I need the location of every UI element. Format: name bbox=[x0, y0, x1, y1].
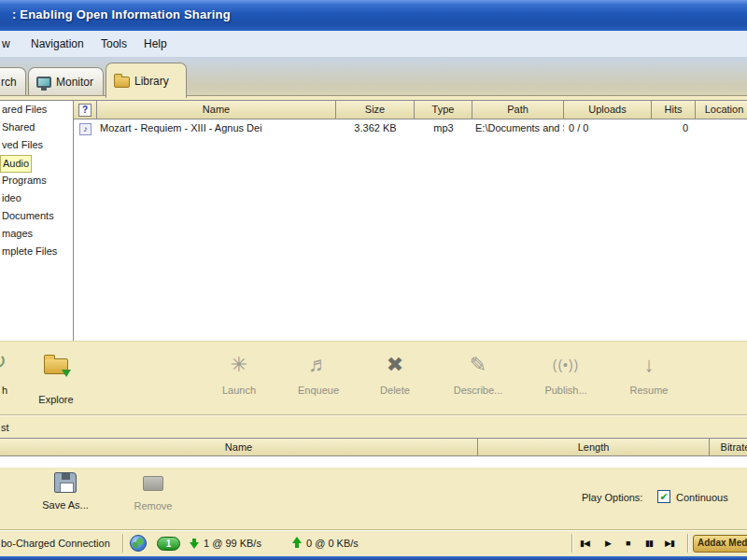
tab-search-label: rch bbox=[1, 76, 17, 89]
upload-rate: 0 @ 0 KB/s bbox=[306, 538, 359, 549]
tree-item-images[interactable]: mages bbox=[0, 225, 73, 243]
delete-button[interactable]: ✖ Delete bbox=[359, 349, 431, 396]
tree-item-label: mplete Files bbox=[0, 244, 59, 259]
cell-path: E:\Documents and S... bbox=[472, 119, 564, 136]
menu-item-navigation[interactable]: Navigation bbox=[31, 37, 84, 50]
menu-item-help[interactable]: Help bbox=[144, 37, 167, 50]
globe-icon bbox=[130, 535, 147, 552]
column-help: ? bbox=[74, 100, 97, 119]
pause-button[interactable]: ▮▮ bbox=[645, 539, 653, 548]
column-hits[interactable]: Hits bbox=[652, 100, 696, 119]
column-name[interactable]: Name bbox=[97, 100, 336, 119]
tab-search[interactable]: rch bbox=[0, 67, 26, 95]
resume-button[interactable]: ↓ Resume bbox=[613, 349, 685, 396]
enqueue-button-label: Enqueue bbox=[282, 385, 355, 396]
library-table-header: ? Name Size Type Path Uploads Hits Locat… bbox=[74, 100, 747, 119]
previous-button[interactable]: ▮◀ bbox=[580, 539, 589, 548]
tree-item-label: mages bbox=[0, 226, 35, 242]
tree-item-video[interactable]: ideo bbox=[0, 189, 73, 207]
library-tree: ared Files Shared ved Files Audio Progra… bbox=[0, 100, 74, 341]
save-icon bbox=[54, 472, 77, 493]
playlist-body bbox=[0, 456, 747, 468]
connection-status: bo-Charged Connection bbox=[1, 538, 110, 549]
launch-button[interactable]: ✳ Launch bbox=[203, 349, 275, 396]
column-uploads[interactable]: Uploads bbox=[564, 100, 652, 119]
continuous-label: Continuous bbox=[676, 492, 728, 503]
remove-button[interactable]: Remove bbox=[116, 474, 190, 511]
window-title: : Enabling Open Information Sharing bbox=[12, 7, 231, 21]
table-row[interactable]: Mozart - Requiem - XIII - Agnus Dei 3.36… bbox=[74, 119, 747, 136]
monitor-icon bbox=[36, 77, 51, 88]
cell-hits: 0 bbox=[652, 119, 696, 136]
play-button[interactable]: ▶ bbox=[605, 539, 611, 548]
menu-item-view[interactable]: w bbox=[2, 37, 10, 50]
tree-item-shared[interactable]: Shared bbox=[0, 119, 73, 136]
tree-item-label: Audio bbox=[0, 155, 32, 173]
cell-name: Mozart - Requiem - XIII - Agnus Dei bbox=[97, 119, 336, 136]
column-size[interactable]: Size bbox=[336, 100, 415, 119]
tree-item-saved-files[interactable]: ved Files bbox=[0, 136, 73, 154]
cell-type: mp3 bbox=[415, 119, 472, 136]
playlist-column-name[interactable]: Name bbox=[0, 439, 478, 455]
describe-button[interactable]: ✎ Describe... bbox=[442, 349, 514, 396]
folder-icon bbox=[114, 77, 130, 88]
column-path[interactable]: Path bbox=[472, 100, 564, 119]
separator bbox=[687, 534, 689, 553]
status-bar: bo-Charged Connection 1 1 @ 99 KB/s 0 @ … bbox=[0, 531, 747, 556]
describe-button-label: Describe... bbox=[442, 385, 514, 396]
playlist-column-length[interactable]: Length bbox=[478, 439, 710, 455]
separator bbox=[571, 534, 573, 553]
tree-item-label: ideo bbox=[0, 190, 23, 206]
save-as-button[interactable]: Save As... bbox=[26, 472, 105, 511]
explore-button[interactable]: Explore bbox=[20, 349, 92, 405]
separator bbox=[122, 534, 124, 553]
explore-folder-icon bbox=[44, 358, 68, 374]
download-arrow-icon bbox=[190, 542, 199, 549]
audio-file-icon bbox=[79, 123, 92, 135]
tab-library[interactable]: Library bbox=[106, 63, 187, 98]
delete-button-label: Delete bbox=[359, 385, 431, 396]
tree-item-documents[interactable]: Documents bbox=[0, 207, 73, 225]
tree-item-shared-files[interactable]: ared Files bbox=[0, 101, 73, 119]
next-button[interactable]: ▶▮ bbox=[665, 539, 674, 548]
download-rate: 1 @ 99 KB/s bbox=[204, 538, 261, 549]
tree-item-incomplete-files[interactable]: mplete Files bbox=[0, 243, 73, 260]
tree-item-audio[interactable]: Audio bbox=[0, 154, 73, 172]
playlist-column-bitrate[interactable]: Bitrate bbox=[710, 439, 747, 455]
tab-monitor-label: Monitor bbox=[56, 76, 93, 89]
library-table-body: Mozart - Requiem - XIII - Agnus Dei 3.36… bbox=[74, 119, 747, 341]
library-toolbar: ↻ h Explore ✳ Launch ♬ Enqueue ✖ Delete … bbox=[0, 341, 747, 414]
window-titlebar[interactable]: : Enabling Open Information Sharing bbox=[0, 0, 747, 31]
tree-item-label: Shared bbox=[0, 119, 36, 135]
launch-button-label: Launch bbox=[203, 385, 275, 396]
refresh-icon: ↻ bbox=[0, 348, 7, 374]
separator bbox=[0, 414, 747, 416]
enqueue-button[interactable]: ♬ Enqueue bbox=[282, 349, 355, 396]
tab-bar: rch Monitor Library bbox=[0, 58, 747, 96]
tree-item-label: Documents bbox=[0, 208, 56, 224]
share-count-badge: 1 bbox=[157, 537, 180, 551]
tree-item-label: ved Files bbox=[0, 137, 45, 153]
publish-button-label: Publish... bbox=[529, 385, 602, 396]
help-button[interactable]: ? bbox=[78, 104, 92, 117]
column-location[interactable]: Location bbox=[696, 100, 747, 119]
remove-icon bbox=[143, 476, 163, 491]
brand-button[interactable]: Addax Med bbox=[693, 535, 747, 553]
publish-button[interactable]: ((•)) Publish... bbox=[529, 349, 602, 396]
resume-icon: ↓ bbox=[613, 349, 685, 383]
tree-item-label: ared Files bbox=[0, 102, 49, 118]
tree-item-programs[interactable]: Programs bbox=[0, 172, 73, 189]
playlist-header: Name Length Bitrate bbox=[0, 438, 747, 456]
launch-icon: ✳ bbox=[203, 349, 275, 383]
tab-monitor[interactable]: Monitor bbox=[28, 67, 104, 95]
continuous-checkbox[interactable]: ✔ bbox=[657, 490, 670, 503]
menu-item-tools[interactable]: Tools bbox=[101, 37, 127, 50]
column-type[interactable]: Type bbox=[415, 100, 472, 119]
upload-arrow-icon bbox=[292, 537, 302, 543]
stop-button[interactable]: ■ bbox=[626, 539, 629, 548]
application-window: : Enabling Open Information Sharing w Na… bbox=[0, 0, 747, 560]
window-border-bottom bbox=[0, 556, 747, 560]
remove-label: Remove bbox=[116, 500, 190, 511]
refresh-button[interactable]: h bbox=[2, 385, 7, 396]
delete-icon: ✖ bbox=[359, 349, 431, 383]
